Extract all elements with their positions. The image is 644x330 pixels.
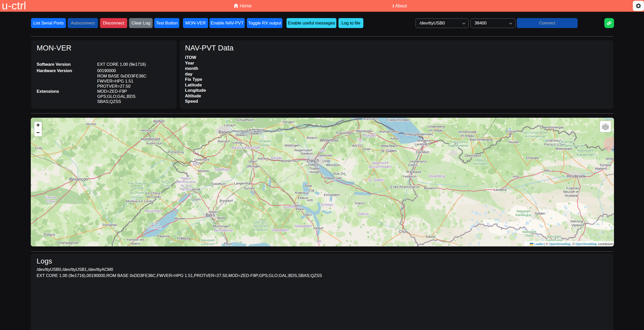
svg-text:Karwendel: Karwendel [577,153,594,157]
svg-text:Telfs: Telfs [543,169,550,173]
svg-text:Bad Hindelang: Bad Hindelang [470,138,492,141]
svg-text:du Jura: du Jura [181,184,191,187]
svg-text:Landeck: Landeck [494,188,507,192]
svg-text:Schwyz: Schwyz [321,203,334,207]
svg-text:Stubaital: Stubaital [565,194,578,197]
svg-text:Dietikon: Dietikon [301,152,313,155]
svg-text:Götzis: Götzis [408,163,418,167]
svg-text:Münsingen: Münsingen [213,224,230,228]
svg-text:Füssen: Füssen [506,129,518,133]
svg-text:Porrentruy: Porrentruy [168,150,184,154]
svg-text:Entlebuch: Entlebuch [253,228,268,232]
svg-text:Héricourt: Héricourt [141,128,155,132]
svg-text:Stans: Stans [303,213,312,217]
svg-text:Basel: Basel [219,130,230,135]
svg-text:−: − [36,129,40,136]
svg-text:Solothurn: Solothurn [214,167,230,171]
svg-text:Bregenz: Bregenz [418,139,431,142]
svg-text:Neustift im: Neustift im [563,190,579,194]
svg-text:Burgdorf: Burgdorf [220,199,233,203]
svg-text:Rüti ZH: Rüti ZH [333,172,345,176]
svg-text:und Karwendelvorgebirge: und Karwendelvorgebirge [548,144,584,148]
svg-text:Chaux: Chaux [46,200,56,203]
svg-text:Allgäuer: Allgäuer [474,158,486,162]
svg-text:Le Locle: Le Locle [139,199,152,203]
svg-text:Sölden: Sölden [535,212,545,215]
svg-text:Vipiteno: Vipiteno [571,223,584,227]
svg-text:Wittenbach: Wittenbach [381,144,398,148]
svg-text:St. Gallen: St. Gallen [381,149,397,153]
svg-text:Région: Région [181,177,191,180]
svg-text:Naturpark: Naturpark [547,235,561,238]
svg-text:Bludenz: Bludenz [424,186,437,190]
svg-text:Zug: Zug [308,188,314,192]
svg-text:(Baden): (Baden) [235,133,248,137]
svg-text:Jura: Jura [192,162,199,166]
svg-text:Delémont: Delémont [194,158,209,162]
svg-text:Solothurn: Solothurn [211,182,226,186]
svg-text:Juropark: Juropark [258,139,271,143]
svg-text:Bern/Berne: Bern/Berne [214,228,233,232]
svg-text:Nidwalden: Nidwalden [295,224,312,228]
svg-text:Ötztal: Ötztal [525,234,534,237]
svg-text:Murten: Murten [175,217,185,220]
svg-text:Luzern: Luzern [283,205,295,209]
svg-text:Konstanz: Konstanz [364,118,378,121]
svg-text:Glarus: Glarus [355,201,365,205]
svg-text:Thurgau: Thurgau [362,133,376,137]
svg-text:Feldkirch: Feldkirch [403,175,417,178]
svg-text:Arbon: Arbon [390,137,399,140]
svg-text:Basel-Landschaft: Basel-Landschaft [231,146,260,150]
svg-text:Appenzell: Appenzell [372,161,388,165]
svg-text:Naturpark: Naturpark [577,148,593,152]
svg-text:Hohenems: Hohenems [410,160,427,163]
svg-text:Rankweil: Rankweil [407,170,421,174]
svg-text:Naturpark: Naturpark [201,239,215,242]
svg-text:Lörrach: Lörrach [224,123,236,127]
svg-text:administrative: administrative [176,180,196,184]
svg-text:Doubs: Doubs [162,184,171,188]
svg-text:Lauterach: Lauterach [414,142,430,146]
svg-text:Schopfheim: Schopfheim [236,118,254,122]
svg-text:Belfort: Belfort [153,119,164,123]
svg-text:Oberstdorf: Oberstdorf [465,154,481,157]
svg-text:bernois: bernois [181,187,191,191]
svg-text:Yverdon-les-: Yverdon-les- [126,238,146,242]
svg-text:Parc naturel: Parc naturel [128,181,147,185]
svg-text:Besançon: Besançon [69,177,88,181]
svg-text:Staffelsee: Staffelsee [602,118,614,119]
svg-text:+: + [36,122,40,128]
svg-text:Altdorf: Altdorf [313,226,323,230]
svg-text:UNESCO: UNESCO [254,220,267,224]
svg-text:Horgen: Horgen [310,170,321,174]
svg-text:Olten: Olten [249,160,257,163]
svg-text:Audincourt: Audincourt [146,141,163,145]
svg-text:Uri: Uri [317,239,321,243]
svg-text:Immenstadt: Immenstadt [459,130,477,134]
svg-text:Karwendel: Karwendel [559,140,574,144]
svg-text:Obwalden: Obwalden [272,228,289,232]
svg-text:Reutte: Reutte [508,140,519,144]
svg-text:Vorarlberg: Vorarlberg [428,174,445,178]
svg-text:Bern: Bern [206,213,215,218]
svg-text:Friedrichshafen: Friedrichshafen [387,118,410,122]
svg-text:Thun: Thun [224,242,232,246]
svg-text:Bains: Bains [132,242,140,245]
svg-text:Baar: Baar [305,184,312,188]
svg-text:régional: régional [131,186,144,190]
svg-text:Ehrwald: Ehrwald [526,156,539,160]
svg-text:Zollikon: Zollikon [308,163,320,167]
svg-text:Ammergebirge: Ammergebirge [524,135,546,138]
svg-text:Ausserrhoden: Ausserrhoden [368,165,392,169]
svg-text:Nagelfluhkette: Nagelfluhkette [448,144,468,148]
svg-text:Pontarlier: Pontarlier [103,223,117,227]
svg-text:Gray: Gray [35,146,42,150]
svg-text:Naturschutzgebiet: Naturschutzgebiet [522,131,548,134]
svg-text:im Allgäu: im Allgäu [429,128,443,132]
svg-text:Weinfelden: Weinfelden [356,129,373,133]
svg-text:Vesoul: Vesoul [86,122,96,126]
svg-text:Wettingen: Wettingen [284,143,300,147]
svg-text:Lindenberg: Lindenberg [427,125,445,128]
svg-text:Reinach: Reinach [218,139,230,143]
svg-text:Innsbruck: Innsbruck [567,174,585,179]
